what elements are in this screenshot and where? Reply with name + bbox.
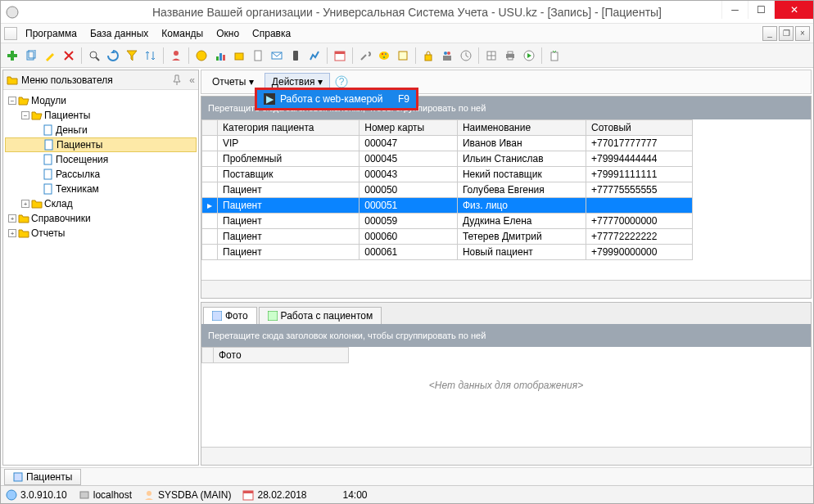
cell[interactable]: +79994444444 (586, 151, 693, 167)
users-icon[interactable] (168, 47, 184, 64)
cell[interactable]: +77017777777 (586, 136, 693, 151)
stats-icon[interactable] (306, 47, 323, 64)
close-button[interactable]: ✕ (774, 1, 813, 19)
cell[interactable]: +79990000000 (586, 245, 693, 260)
column-photo[interactable]: Фото (214, 348, 349, 363)
tree-reports[interactable]: + Отчеты (5, 226, 197, 241)
menu-commands[interactable]: Команды (156, 26, 208, 41)
refresh-icon[interactable] (105, 47, 121, 64)
cell[interactable]: 000059 (360, 214, 458, 229)
table-row[interactable]: Пациент000050Голубева Евгения+7777555555… (202, 182, 693, 198)
tree-mailing[interactable]: Рассылка (5, 167, 197, 182)
tab-patient-work[interactable]: Работа с пациентом (259, 307, 382, 324)
cell[interactable]: +77772222222 (586, 229, 693, 245)
tab-photo[interactable]: Фото (203, 307, 257, 324)
menu-program[interactable]: Программа (20, 26, 82, 41)
column-header[interactable]: Сотовый (586, 120, 693, 136)
cell[interactable]: Иванов Иван (457, 136, 586, 151)
column-header[interactable]: Наименование (457, 120, 586, 136)
mail-icon[interactable] (269, 47, 285, 64)
column-header[interactable]: Номер карты (360, 120, 458, 136)
money-icon[interactable] (193, 47, 210, 64)
edit-icon[interactable] (42, 47, 58, 64)
copy-icon[interactable] (23, 47, 39, 64)
delete-icon[interactable] (61, 47, 77, 64)
cell[interactable]: 000045 (360, 151, 458, 167)
table-row[interactable]: ▸Пациент000051Физ. лицо (202, 198, 693, 214)
table-row[interactable]: VIP000047Иванов Иван+77017777777 (202, 136, 693, 151)
sort-icon[interactable] (142, 47, 159, 64)
expand-icon[interactable]: + (21, 200, 29, 208)
search-icon[interactable] (86, 47, 102, 64)
menu-database[interactable]: База данных (85, 26, 153, 41)
column-header[interactable]: Категория пациента (218, 120, 360, 136)
cell[interactable]: Голубева Евгения (457, 182, 586, 198)
cell[interactable]: Пациент (218, 198, 360, 214)
chart-icon[interactable] (212, 47, 228, 64)
cell[interactable]: +77775555555 (586, 182, 693, 198)
palette-icon[interactable] (376, 47, 392, 64)
system-menu-icon[interactable] (4, 27, 17, 40)
calendar-icon[interactable] (332, 47, 348, 64)
cell[interactable]: +79991111111 (586, 167, 693, 182)
tools-icon[interactable] (357, 47, 373, 64)
tree-patients-group[interactable]: − Пациенты (5, 108, 197, 123)
webcam-action-item[interactable]: ▶ Работа с web-камерой F9 (255, 88, 418, 110)
cell[interactable]: Новый пациент (457, 245, 586, 260)
cell[interactable]: Пациент (218, 245, 360, 260)
tree-tech[interactable]: Техникам (5, 182, 197, 196)
cell[interactable]: +77770000000 (586, 214, 693, 229)
cell[interactable]: 000060 (360, 229, 458, 245)
cell[interactable]: Пациент (218, 182, 360, 198)
tree-warehouse[interactable]: + Склад (5, 196, 197, 211)
play-icon[interactable] (521, 47, 537, 64)
lock-icon[interactable] (420, 47, 436, 64)
doc-tab-patients[interactable]: Пациенты (4, 469, 81, 485)
menu-window[interactable]: Окно (211, 26, 244, 41)
maximize-button[interactable]: ☐ (748, 1, 774, 19)
tree-visits[interactable]: Посещения (5, 152, 197, 167)
history-icon[interactable] (458, 47, 474, 64)
group-by-bar-lower[interactable]: Перетащите сюда заголовок колонки, чтобы… (201, 324, 811, 347)
cell[interactable]: Тетерев Дмитрий (457, 229, 586, 245)
filter-icon[interactable] (124, 47, 140, 64)
photo-grid[interactable]: Фото (201, 347, 349, 363)
cell[interactable]: Поставщик (218, 167, 360, 182)
tree-refs[interactable]: + Справочники (5, 211, 197, 226)
collapse-icon[interactable]: − (8, 97, 16, 105)
menu-help[interactable]: Справка (247, 26, 296, 41)
cell[interactable] (586, 198, 693, 214)
table-row[interactable]: Пациент000060Тетерев Дмитрий+77772222222 (202, 229, 693, 245)
cell[interactable]: Дудкина Елена (457, 214, 586, 229)
patients-grid[interactable]: Категория пациентаНомер картыНаименовани… (201, 119, 693, 260)
print-icon[interactable] (502, 47, 518, 64)
cell[interactable]: Некий поставщик (457, 167, 586, 182)
table-row[interactable]: Пациент000059Дудкина Елена+77770000000 (202, 214, 693, 229)
grid-icon[interactable] (483, 47, 500, 64)
expand-icon[interactable]: + (8, 229, 16, 237)
mdi-minimize-button[interactable]: _ (762, 26, 777, 41)
minimize-button[interactable]: ─ (721, 1, 748, 19)
collapse-arrow-icon[interactable]: « (189, 74, 195, 86)
pin-icon[interactable] (171, 74, 183, 86)
cell[interactable]: Пациент (218, 229, 360, 245)
cell[interactable]: 000061 (360, 245, 458, 260)
cell[interactable]: 000051 (360, 198, 458, 214)
cell[interactable]: VIP (218, 136, 360, 151)
tree-money[interactable]: Деньги (5, 123, 197, 137)
table-row[interactable]: Пациент000061Новый пациент+79990000000 (202, 245, 693, 260)
mdi-restore-button[interactable]: ❐ (779, 26, 794, 41)
notes-icon[interactable] (395, 47, 411, 64)
cell[interactable]: Ильин Станислав (457, 151, 586, 167)
cell[interactable]: Проблемный (218, 151, 360, 167)
tree-modules[interactable]: − Модули (5, 93, 197, 108)
table-row[interactable]: Проблемный000045Ильин Станислав+79994444… (202, 151, 693, 167)
cell[interactable]: 000047 (360, 136, 458, 151)
document-icon[interactable] (250, 47, 266, 64)
export-icon[interactable] (546, 47, 563, 64)
expand-icon[interactable]: + (8, 214, 16, 223)
table-row[interactable]: Поставщик000043Некий поставщик+799911111… (202, 167, 693, 182)
box-icon[interactable] (231, 47, 247, 64)
add-icon[interactable] (4, 47, 20, 64)
reports-dropdown[interactable]: Отчеты ▾ (205, 73, 261, 91)
